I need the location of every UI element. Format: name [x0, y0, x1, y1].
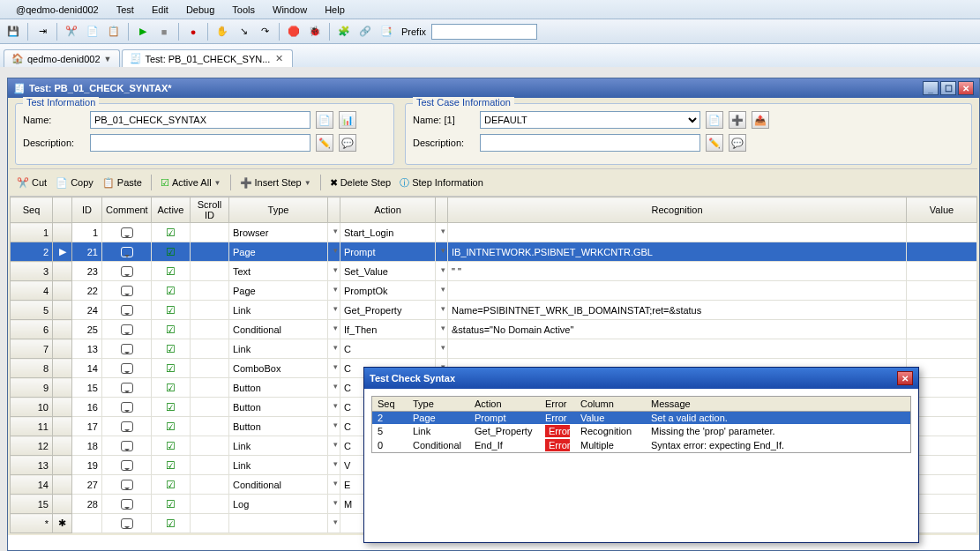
cell-id[interactable]: 1	[72, 223, 102, 242]
chevron-down-icon[interactable]: ▼	[104, 55, 112, 63]
col-active[interactable]: Active	[152, 197, 191, 223]
cell-id[interactable]: 25	[72, 320, 102, 339]
cell-active[interactable]: ☑	[152, 301, 191, 320]
play-icon[interactable]: ▶	[133, 22, 153, 41]
cell-comment[interactable]	[102, 514, 152, 533]
cell-action[interactable]: Set_Value	[340, 262, 436, 281]
prefix-input[interactable]	[431, 24, 537, 40]
test-desc-comment-button[interactable]: 💬	[339, 134, 356, 152]
test-props-button[interactable]: 📄	[316, 111, 333, 129]
active-all-button[interactable]: ☑Active All▼	[161, 177, 221, 189]
cell-scroll-id[interactable]	[191, 436, 229, 456]
cell-type-dropdown[interactable]	[328, 242, 340, 262]
cell-recognition[interactable]	[448, 339, 907, 359]
test-desc-input[interactable]	[90, 134, 310, 152]
pcol-action[interactable]: Action	[469, 397, 540, 412]
cell-type[interactable]: Text	[229, 262, 328, 281]
test-name-input[interactable]	[90, 111, 310, 129]
cell-value[interactable]	[907, 320, 977, 339]
cell-comment[interactable]	[102, 417, 152, 436]
table-row[interactable]: 524☑LinkGet_PropertyName=PSIBINTNET_WRK_…	[11, 301, 977, 320]
cell-recognition[interactable]: " "	[448, 262, 907, 281]
case-desc-edit-button[interactable]: ✏️	[706, 134, 723, 152]
pause-icon[interactable]: ■	[154, 22, 174, 41]
cell-comment[interactable]	[102, 378, 152, 398]
cell-comment[interactable]	[102, 359, 152, 378]
cell-active[interactable]: ☑	[152, 514, 191, 533]
dialog-titlebar[interactable]: Test Check Syntax ✕	[364, 368, 918, 389]
table-row[interactable]: 422☑PagePromptOk	[11, 281, 977, 301]
cell-active[interactable]: ☑	[152, 223, 191, 242]
cell-type[interactable]: Button	[229, 417, 328, 436]
cell-type[interactable]: Button	[229, 378, 328, 398]
cell-action-dropdown[interactable]	[436, 262, 448, 281]
cell-active[interactable]: ☑	[152, 320, 191, 339]
cell-comment[interactable]	[102, 262, 152, 281]
cell-comment[interactable]	[102, 223, 152, 242]
cell-recognition[interactable]: Name=PSIBINTNET_WRK_IB_DOMAINSTAT;ret=&s…	[448, 301, 907, 320]
cell-type-dropdown[interactable]	[328, 339, 340, 359]
test-desc-edit-button[interactable]: ✏️	[316, 134, 333, 152]
cell-active[interactable]: ☑	[152, 359, 191, 378]
stop-sign-icon[interactable]: 🛑	[284, 22, 303, 41]
cell-id[interactable]: 13	[72, 339, 102, 359]
menu-edit[interactable]: Edit	[143, 3, 177, 17]
tree-icon[interactable]: 🧩	[334, 22, 354, 41]
cell-id[interactable]	[72, 514, 102, 533]
table-row[interactable]: 713☑LinkC	[11, 339, 977, 359]
col-action[interactable]: Action	[340, 197, 436, 223]
cell-value[interactable]	[907, 281, 977, 301]
menu-window[interactable]: Window	[264, 3, 316, 17]
case-add-button[interactable]: ➕	[729, 111, 746, 129]
cell-type[interactable]: Conditional	[229, 320, 328, 339]
test-history-button[interactable]: 📊	[339, 111, 356, 129]
table-row[interactable]: 625☑ConditionalIf_Then&status="No Domain…	[11, 320, 977, 339]
copy-button[interactable]: 📄Copy	[56, 177, 94, 189]
tab-close-icon[interactable]: ✕	[273, 53, 285, 64]
cell-id[interactable]: 16	[72, 398, 102, 417]
save-icon[interactable]: 💾	[4, 22, 23, 41]
cell-recognition[interactable]	[448, 223, 907, 242]
cell-comment[interactable]	[102, 398, 152, 417]
cell-scroll-id[interactable]	[191, 456, 229, 475]
cell-scroll-id[interactable]	[191, 398, 229, 417]
cell-type[interactable]	[229, 514, 328, 533]
pcol-type[interactable]: Type	[408, 397, 469, 412]
cell-id[interactable]: 21	[72, 242, 102, 262]
cell-comment[interactable]	[102, 242, 152, 262]
step-info-button[interactable]: ⓘStep Information	[400, 176, 483, 190]
props-icon[interactable]: 📑	[377, 22, 396, 41]
cell-value[interactable]	[907, 301, 977, 320]
cell-scroll-id[interactable]	[191, 417, 229, 436]
delete-step-button[interactable]: ✖Delete Step	[330, 177, 391, 189]
cell-type[interactable]: Browser	[229, 223, 328, 242]
cell-action[interactable]: PromptOk	[340, 281, 436, 301]
table-row[interactable]: 2▶21☑PagePromptIB_INTNETWORK.PSIBNET_WRK…	[11, 242, 977, 262]
case-name-select[interactable]: DEFAULT	[480, 111, 700, 129]
cell-action-dropdown[interactable]	[436, 320, 448, 339]
syntax-results-grid[interactable]: Seq Type Action Error Column Message 2Pa…	[371, 396, 911, 453]
tab-home[interactable]: 🏠 qedmo-denid002 ▼	[4, 49, 120, 67]
cell-type-dropdown[interactable]	[328, 359, 340, 378]
close-button[interactable]: ✕	[958, 81, 974, 95]
cell-value[interactable]	[907, 262, 977, 281]
cell-comment[interactable]	[102, 456, 152, 475]
cell-scroll-id[interactable]	[191, 378, 229, 398]
menu-app[interactable]: @qedmo-denid002	[7, 3, 108, 17]
hand-icon[interactable]: ✋	[213, 22, 232, 41]
cell-scroll-id[interactable]	[191, 262, 229, 281]
cell-recognition[interactable]	[448, 281, 907, 301]
step-into-icon[interactable]: ↘	[234, 22, 253, 41]
cell-active[interactable]: ☑	[152, 436, 191, 456]
cut-icon[interactable]: ✂️	[62, 22, 81, 41]
cell-comment[interactable]	[102, 320, 152, 339]
cell-type-dropdown[interactable]	[328, 436, 340, 456]
cell-active[interactable]: ☑	[152, 398, 191, 417]
cell-id[interactable]: 28	[72, 495, 102, 514]
cell-type-dropdown[interactable]	[328, 262, 340, 281]
cell-action-dropdown[interactable]	[436, 223, 448, 242]
syntax-row[interactable]: 2PagePromptErrorValueSet a valid action.	[372, 412, 910, 425]
cell-comment[interactable]	[102, 301, 152, 320]
col-id[interactable]: ID	[72, 197, 102, 223]
col-scroll-id[interactable]: Scroll ID	[191, 197, 229, 223]
